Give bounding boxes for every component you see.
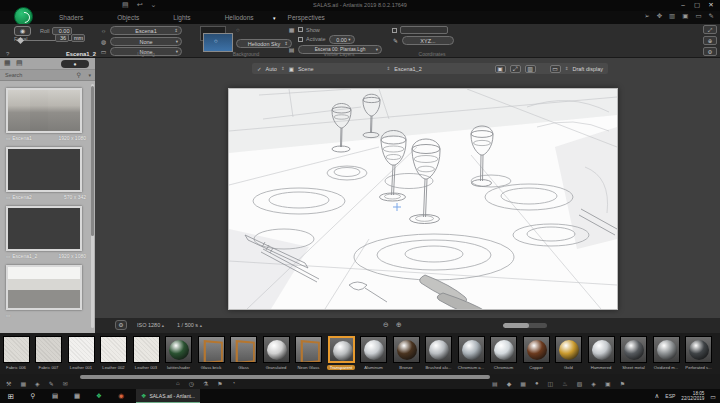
category-icon-3[interactable]: ▦ — [520, 380, 526, 387]
material-item[interactable]: Glass brick — [197, 336, 225, 374]
category-icon-4[interactable]: ● — [535, 380, 539, 387]
minimize-button[interactable]: – — [676, 0, 690, 10]
render-settings-gear-icon[interactable]: ⚙ — [115, 320, 127, 330]
perspective-thumbnail[interactable] — [6, 147, 82, 192]
material-item[interactable]: lattiteshader — [165, 336, 193, 374]
material-item[interactable]: Brushed alu... — [425, 336, 453, 374]
perspective-thumbnail[interactable] — [6, 265, 82, 310]
lighting-dropdown[interactable]: Escena1⇕ — [110, 26, 182, 35]
catalog-scrollbar[interactable] — [80, 375, 490, 379]
coords-checkbox[interactable] — [392, 28, 397, 33]
clock-icon[interactable]: ◷ — [189, 380, 194, 387]
menu-item[interactable]: Shaders — [42, 11, 100, 24]
material-thumbnail[interactable] — [328, 336, 355, 363]
target-icon[interactable]: ⊕ — [703, 36, 717, 45]
task-view-icon[interactable]: ▤ — [44, 392, 66, 400]
preview-icon[interactable]: ▥ — [525, 65, 536, 73]
app-icon-green[interactable]: ❖ — [88, 392, 110, 400]
material-thumbnail[interactable] — [490, 336, 517, 363]
clock[interactable]: 18:0522/12/2019 — [681, 391, 704, 402]
focal-input[interactable]: 36 — [55, 34, 69, 42]
flag-icon[interactable]: ⚑ — [217, 380, 222, 387]
material-item[interactable]: Hammered — [587, 336, 615, 374]
sphere-icon[interactable]: ◔ — [232, 380, 236, 387]
filter-caret-icon[interactable]: ▾ — [88, 72, 91, 78]
grid-view-icon[interactable]: ▦ — [4, 59, 11, 67]
material-item[interactable]: Transparent — [327, 336, 355, 374]
sidebar-search[interactable]: Search ⚲ ▾ — [0, 70, 95, 81]
material-thumbnail[interactable] — [230, 336, 257, 363]
list-view-icon[interactable]: ▤ — [16, 59, 23, 67]
frame-icon[interactable]: ▭ — [695, 12, 701, 20]
material-item[interactable]: Leather 002 — [100, 336, 128, 374]
browser-icon[interactable]: ◉ — [110, 392, 132, 400]
home-icon[interactable]: ⌂ — [176, 380, 180, 387]
material-item[interactable]: Gold — [555, 336, 583, 374]
shutter-value[interactable]: 1 / 500 s — [177, 322, 198, 328]
material-thumbnail[interactable] — [35, 336, 62, 363]
background-dropdown[interactable]: Heliodon Sky⇕ — [236, 39, 292, 48]
camera-button[interactable]: ◉ — [14, 26, 31, 36]
material-thumbnail[interactable] — [3, 336, 30, 363]
display-mode-icon[interactable]: ▭ — [550, 65, 561, 73]
material-item[interactable]: Glass — [230, 336, 258, 374]
category-icon-2[interactable]: ◆ — [507, 380, 512, 387]
material-item[interactable]: Fabric 006 — [2, 336, 30, 374]
render-viewport[interactable] — [228, 88, 618, 310]
coords-field[interactable] — [400, 26, 448, 34]
perspective-thumbnail[interactable] — [6, 206, 82, 251]
sidebar-scrollbar[interactable] — [91, 84, 94, 328]
move-icon[interactable]: ✥ — [657, 12, 662, 20]
category-icon-7[interactable]: ▧ — [577, 380, 583, 387]
material-thumbnail[interactable] — [523, 336, 550, 363]
material-item[interactable]: Granulated — [262, 336, 290, 374]
material-thumbnail[interactable] — [653, 336, 680, 363]
material-thumbnail[interactable] — [68, 336, 95, 363]
lighting-dropdown[interactable]: None▾ — [110, 37, 182, 46]
material-thumbnail[interactable] — [425, 336, 452, 363]
expand-icon[interactable]: ⤢ — [703, 25, 717, 34]
category-icon-5[interactable]: ◫ — [548, 380, 554, 387]
settings-icon[interactable]: ⚙ — [703, 47, 717, 56]
iso-value[interactable]: ISO 1280 — [137, 322, 160, 328]
material-item[interactable]: Bronze — [392, 336, 420, 374]
material-thumbnail[interactable] — [620, 336, 647, 363]
display-mode-selector[interactable]: Draft display — [572, 66, 603, 72]
close-button[interactable]: ✕ — [704, 0, 718, 10]
material-item[interactable]: Neon Glass — [295, 336, 323, 374]
lab-icon[interactable]: ⚗ — [203, 380, 208, 387]
material-item[interactable]: Leather 003 — [132, 336, 160, 374]
category-icon-10[interactable]: ⚑ — [620, 380, 625, 387]
material-item[interactable]: Oxidized m... — [652, 336, 680, 374]
radio-icon[interactable]: ○ — [236, 27, 240, 33]
material-item[interactable]: Leather 001 — [67, 336, 95, 374]
sidebar-toolbar-button[interactable]: ⏺ — [61, 60, 89, 68]
auto-check-icon[interactable]: ✓ — [257, 66, 262, 72]
duplicate-icon[interactable]: ▥ — [669, 12, 675, 20]
grid-icon[interactable]: ▦ — [20, 380, 26, 387]
material-item[interactable]: Chromium — [490, 336, 518, 374]
perspectives-caret-icon[interactable]: ▾ — [273, 15, 276, 21]
material-thumbnail[interactable] — [263, 336, 290, 363]
cursor-icon[interactable]: ➢ — [644, 12, 649, 20]
tray-chevron-icon[interactable]: ∧ — [655, 392, 660, 400]
material-item[interactable]: Chromium a... — [457, 336, 485, 374]
material-thumbnail[interactable] — [295, 336, 322, 363]
material-thumbnail[interactable] — [165, 336, 192, 363]
heliodon-preview-thumb[interactable] — [203, 33, 233, 52]
perspective-list-item[interactable]: ▭Escena1_2 1920 x 1080 — [6, 206, 86, 259]
zoom-out-icon[interactable]: ⊖ — [383, 321, 389, 329]
xyz-button[interactable]: XYZ... — [402, 36, 454, 45]
material-item[interactable]: Sheet metal — [620, 336, 648, 374]
taskbar-search-icon[interactable]: ⚲ — [22, 392, 44, 400]
category-icon-8[interactable]: ◈ — [591, 380, 596, 387]
material-thumbnail[interactable] — [393, 336, 420, 363]
menu-item[interactable]: Perspectives — [271, 11, 342, 24]
material-thumbnail[interactable] — [100, 336, 127, 363]
perspective-thumbnail[interactable] — [6, 88, 82, 133]
zoom-in-icon[interactable]: ⊕ — [396, 321, 402, 329]
show-checkbox[interactable] — [298, 27, 303, 32]
category-icon-9[interactable]: ▣ — [605, 380, 611, 387]
material-thumbnail[interactable] — [588, 336, 615, 363]
material-item[interactable]: Fabric 007 — [35, 336, 63, 374]
